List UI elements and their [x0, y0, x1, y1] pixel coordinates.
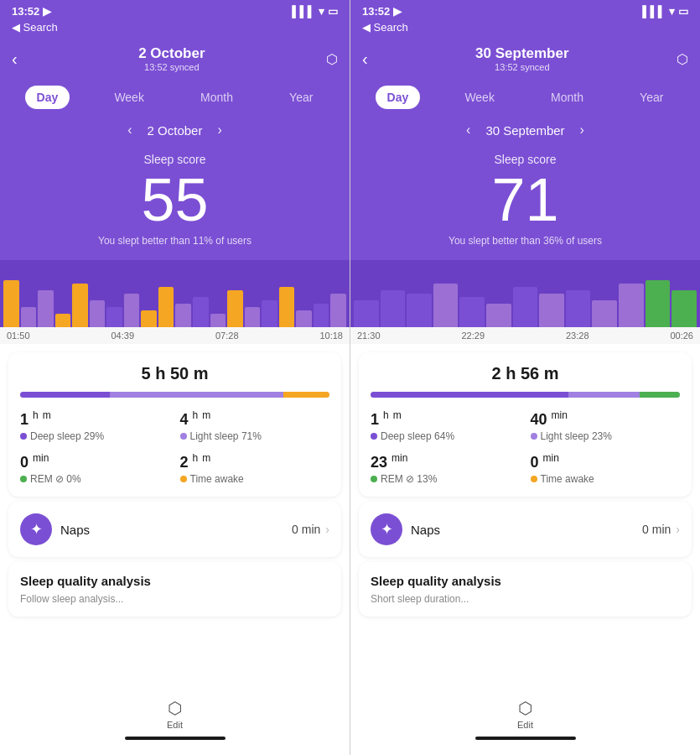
stat-item-1: 40 min Light sleep 23% [531, 409, 681, 442]
tab-row: DayWeekMonthYear [350, 81, 700, 119]
total-sleep: 2 h 56 m [371, 364, 680, 383]
total-sleep: 5 h 50 m [20, 364, 329, 383]
sleep-score-number: 55 [0, 169, 350, 230]
stat-desc: Deep sleep 64% [371, 430, 521, 442]
header-center: 2 October 13:52 synced [138, 45, 205, 72]
edit-button[interactable]: ⬡ Edit [517, 698, 533, 730]
stat-value: 40 min [531, 409, 681, 429]
stat-desc: REM ⊘ 0% [20, 473, 170, 485]
home-indicator [475, 737, 576, 740]
stat-value: 4 h m [180, 409, 330, 429]
stat-item-1: 4 h m Light sleep 71% [180, 409, 330, 442]
search-label[interactable]: ◀ Search [362, 21, 688, 34]
naps-card[interactable]: ✦ Naps 0 min › [8, 502, 341, 557]
chart-bar [210, 314, 226, 327]
chart-bar [330, 294, 346, 327]
edit-icon: ⬡ [518, 698, 532, 718]
chart-bar [619, 284, 644, 327]
edit-button[interactable]: ⬡ Edit [167, 698, 183, 730]
status-left: 13:52 ▶ [362, 5, 402, 18]
chart-bar [90, 300, 106, 327]
status-time: 13:52 [12, 5, 39, 18]
date-prev[interactable]: ‹ [127, 122, 132, 138]
chevron-right-icon: › [676, 523, 680, 536]
stat-desc-text: REM ⊘ 0% [30, 473, 81, 485]
stat-desc-text: Light sleep 23% [541, 430, 612, 442]
naps-value: 0 min [642, 523, 671, 536]
stat-value: 0 min [531, 452, 681, 471]
stat-dot [531, 433, 537, 440]
stat-desc: REM ⊘ 13% [371, 473, 521, 485]
chart-bar [459, 297, 485, 327]
stat-desc: Time awake [531, 473, 681, 485]
tab-row: DayWeekMonthYear [0, 81, 350, 119]
chart-bar [407, 294, 432, 327]
naps-icon: ✦ [20, 513, 52, 545]
chart-bar [72, 284, 88, 327]
time-label: 04:39 [111, 331, 134, 341]
date-next[interactable]: › [580, 122, 584, 138]
stat-desc: Light sleep 71% [180, 430, 330, 442]
chart-bar [486, 304, 511, 327]
share-icon[interactable]: ⬡ [677, 51, 688, 67]
stat-dot [371, 433, 377, 440]
time-labels: 21:3022:2923:2800:26 [350, 327, 700, 344]
time-label: 10:18 [319, 331, 343, 341]
progress-bar [20, 392, 329, 398]
stats-grid: 1 h m Deep sleep 64% 40 min Light sleep … [371, 409, 680, 485]
tab-week[interactable]: Week [102, 86, 156, 109]
tab-day[interactable]: Day [25, 86, 70, 109]
naps-label: Naps [60, 523, 90, 537]
edit-label: Edit [517, 720, 533, 730]
stat-desc-text: Deep sleep 29% [30, 430, 104, 442]
naps-left: ✦ Naps [371, 513, 440, 545]
chart-bar [124, 294, 140, 327]
tab-week[interactable]: Week [453, 86, 506, 109]
battery-icon: ▭ [678, 5, 688, 18]
naps-right: 0 min › [642, 523, 680, 536]
tab-year[interactable]: Year [628, 86, 675, 109]
search-label[interactable]: ◀ Search [12, 21, 338, 34]
chart-bar [193, 297, 209, 327]
stat-item-3: 0 min Time awake [531, 452, 681, 485]
progress-bar [371, 392, 680, 398]
tab-day[interactable]: Day [376, 86, 421, 109]
tab-month[interactable]: Month [539, 86, 595, 109]
header-synced: 13:52 synced [138, 62, 205, 72]
chart-bar [539, 294, 564, 327]
stat-item-0: 1 h m Deep sleep 29% [20, 409, 170, 442]
back-arrow[interactable]: ‹ [362, 49, 368, 69]
stat-item-0: 1 h m Deep sleep 64% [371, 409, 521, 442]
stat-value: 23 min [371, 452, 521, 471]
status-left: 13:52 ▶ [12, 5, 51, 18]
stat-value: 2 h m [180, 452, 330, 471]
status-right: ▌▌▌ ▾ ▭ [292, 5, 338, 18]
naps-card[interactable]: ✦ Naps 0 min › [359, 502, 692, 557]
stats-card: 5 h 50 m 1 h m Deep sleep 29% 4 h m Ligh… [8, 352, 341, 497]
chart-bar [646, 280, 671, 327]
time-label: 22:29 [461, 331, 485, 341]
time-label: 23:28 [566, 331, 589, 341]
chart-bar [3, 280, 19, 327]
share-icon[interactable]: ⬡ [326, 51, 338, 67]
back-arrow[interactable]: ‹ [12, 49, 18, 69]
time-label: 21:30 [357, 331, 381, 341]
time-label: 00:26 [670, 331, 693, 341]
chart-bar [566, 290, 591, 327]
date-prev[interactable]: ‹ [466, 122, 470, 138]
status-time: 13:52 [362, 5, 390, 18]
header: ‹ 2 October 13:52 synced ⬡ [0, 39, 350, 81]
phone-panel-left: 13:52 ▶ ▌▌▌ ▾ ▭ ◀ Search ‹ 2 October 13:… [0, 0, 350, 755]
tab-month[interactable]: Month [189, 86, 245, 109]
header: ‹ 30 September 13:52 synced ⬡ [350, 39, 700, 81]
date-next[interactable]: › [217, 122, 221, 138]
location-icon: ▶ [393, 5, 402, 18]
naps-value: 0 min [292, 523, 320, 536]
edit-icon: ⬡ [168, 698, 182, 718]
chevron-right-icon: › [325, 523, 329, 536]
tab-year[interactable]: Year [277, 86, 324, 109]
time-label: 01:50 [7, 331, 30, 341]
stat-dot [531, 476, 537, 482]
stat-desc-text: Time awake [541, 473, 594, 485]
header-center: 30 September 13:52 synced [475, 45, 569, 72]
